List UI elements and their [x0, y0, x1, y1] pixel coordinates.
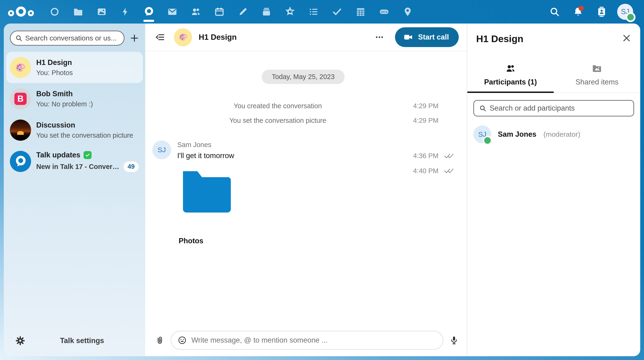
maps-icon[interactable]	[396, 0, 420, 23]
app-container: H1 Design You: Photos B Bob Smith You: N…	[4, 23, 640, 356]
voice-message-icon[interactable]	[449, 336, 459, 345]
message-time: 4:29 PM	[403, 117, 438, 124]
folder-icon	[180, 168, 234, 213]
participant-role: (moderator)	[544, 130, 580, 138]
topbar-right-cluster: SJ	[543, 0, 637, 23]
conversation-last-message: New in Talk 17 - Convers…	[36, 163, 121, 171]
nextcloud-logo-icon[interactable]	[7, 3, 35, 20]
ocs-icon[interactable]: OCS	[372, 0, 396, 23]
conversation-item-bob-smith[interactable]: B Bob Smith You: No problem :)	[6, 83, 143, 114]
unread-count-badge: 49	[124, 161, 139, 172]
participants-icon	[505, 63, 516, 74]
close-icon[interactable]	[622, 33, 631, 43]
conversation-item-talk-updates[interactable]: Talk updates New in Talk 17 - Convers… 4…	[6, 146, 143, 177]
app-menu: OCS	[43, 0, 420, 23]
participant-search-input[interactable]	[490, 104, 628, 112]
deck-icon[interactable]	[255, 0, 278, 23]
conversation-last-message: You: No problem :)	[36, 100, 139, 108]
participant-list: SJ Sam Jones (moderator)	[467, 119, 640, 149]
talk-settings-button[interactable]: Talk settings	[25, 337, 139, 345]
tab-participants[interactable]: Participants (1)	[467, 63, 554, 92]
start-call-button[interactable]: Start call	[395, 27, 459, 47]
conversation-last-message: You set the conversation picture	[36, 131, 139, 139]
message-text: I'll get it tomorrow	[177, 152, 403, 160]
online-status-dot	[483, 136, 492, 145]
tab-shared-items[interactable]: Shared items	[554, 63, 640, 92]
svg-text:OCS: OCS	[381, 10, 388, 14]
conversation-search-input[interactable]	[25, 34, 119, 42]
system-message: You created the conversation 4:29 PM	[152, 99, 454, 113]
message-author: Sam Jones	[177, 141, 454, 149]
conversation-title: Talk updates	[36, 151, 80, 159]
sender-avatar[interactable]: SJ	[152, 140, 171, 159]
read-receipt-icon	[444, 167, 454, 174]
conversation-search-row	[4, 23, 145, 50]
notification-badge	[578, 6, 584, 11]
notifications-bell-icon[interactable]	[566, 0, 590, 23]
notes-icon[interactable]	[231, 0, 255, 23]
bob-avatar-letter: B	[14, 93, 26, 105]
conversation-list: H1 Design You: Photos B Bob Smith You: N…	[4, 50, 145, 328]
more-actions-icon[interactable]	[372, 30, 387, 45]
participant-name: Sam Jones	[498, 130, 536, 139]
search-icon	[479, 105, 486, 112]
system-message: You set the conversation picture 4:29 PM	[152, 113, 454, 128]
activity-icon[interactable]	[114, 0, 137, 23]
date-separator: Today, May 25, 2023	[262, 70, 344, 84]
online-status-dot	[626, 12, 636, 22]
files-icon[interactable]	[66, 0, 90, 23]
details-title: H1 Design	[476, 33, 622, 44]
message-input-bar	[145, 327, 467, 356]
video-camera-icon	[404, 32, 413, 42]
message-input[interactable]	[191, 336, 436, 345]
attachment-name: Photos	[179, 237, 403, 245]
conversations-sidebar: H1 Design You: Photos B Bob Smith You: N…	[4, 23, 145, 356]
palette-avatar	[10, 57, 31, 78]
checkmark-icon[interactable]	[325, 0, 349, 23]
calendar-icon[interactable]	[208, 0, 231, 23]
settings-gear-icon[interactable]	[16, 336, 25, 346]
message-list: Today, May 25, 2023 You created the conv…	[145, 51, 467, 327]
unified-search-icon[interactable]	[543, 0, 566, 23]
tasks-icon[interactable]	[302, 0, 325, 23]
plus-icon	[130, 33, 139, 43]
user-avatar[interactable]: SJ	[614, 0, 637, 23]
chat-message-attachment: Photos 4:40 PM	[152, 165, 454, 245]
message-time: 4:36 PM	[403, 152, 438, 160]
mail-icon[interactable]	[160, 0, 184, 23]
conversation-avatar[interactable]	[174, 28, 192, 46]
attach-file-icon[interactable]	[155, 336, 164, 345]
dashboard-icon[interactable]	[43, 0, 66, 23]
chat-panel: H1 Design Start call Today, May 25, 2023…	[145, 23, 467, 356]
conversation-last-message: You: Photos	[36, 69, 139, 77]
verified-check-icon	[84, 151, 92, 159]
bob-avatar: B	[10, 88, 31, 109]
chat-title: H1 Design	[199, 33, 236, 42]
participant-row[interactable]: SJ Sam Jones (moderator)	[467, 119, 640, 149]
conversation-item-discussion[interactable]: Discussion You set the conversation pict…	[6, 114, 143, 146]
details-tabs: Participants (1) Shared items	[467, 63, 640, 93]
message-input-container	[171, 331, 443, 350]
conversation-title: H1 Design	[36, 58, 139, 67]
collectives-icon[interactable]	[278, 0, 302, 23]
folder-attachment[interactable]: Photos	[177, 165, 403, 245]
emoji-picker-icon[interactable]	[178, 336, 187, 345]
conversation-item-h1-design[interactable]: H1 Design You: Photos	[6, 52, 143, 83]
new-conversation-button[interactable]	[127, 30, 142, 46]
conversation-details-sidebar: H1 Design Participants (1) Shared items …	[467, 23, 640, 356]
participant-search-box[interactable]	[473, 100, 634, 116]
photos-icon[interactable]	[90, 0, 114, 23]
shared-items-icon	[592, 63, 602, 74]
collapse-sidebar-icon[interactable]	[155, 32, 165, 42]
talk-icon[interactable]	[137, 0, 160, 23]
sidebar-footer: Talk settings	[4, 328, 145, 356]
conversation-search-box[interactable]	[10, 30, 124, 46]
read-receipt-icon	[444, 152, 454, 159]
tables-icon[interactable]	[349, 0, 372, 23]
conversation-title: Discussion	[36, 121, 139, 129]
message-time: 4:29 PM	[403, 102, 438, 110]
search-icon	[15, 34, 22, 42]
contacts-menu-icon[interactable]	[590, 0, 614, 23]
chat-message: SJ Sam Jones I'll get it tomorrow 4:36 P…	[152, 140, 454, 160]
contacts-icon[interactable]	[184, 0, 208, 23]
